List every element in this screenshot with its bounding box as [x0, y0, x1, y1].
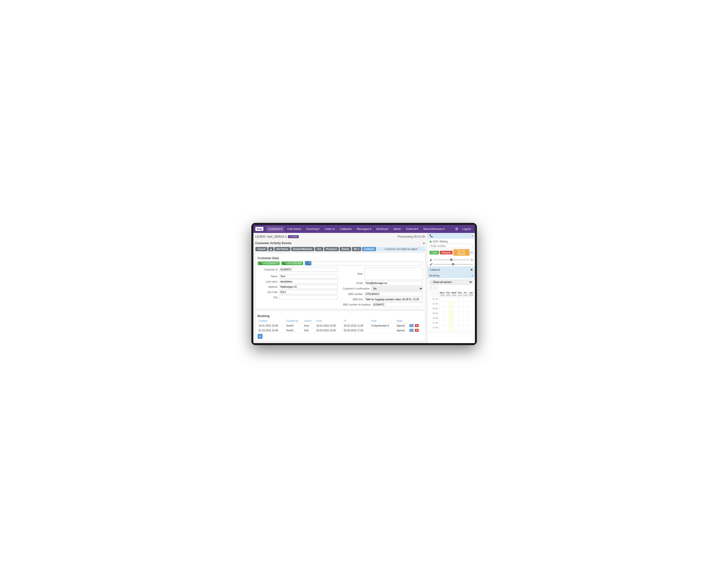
- speaker-slider[interactable]: [434, 260, 469, 260]
- nav-callbacks[interactable]: Callbacks: [338, 227, 354, 232]
- callback-button[interactable]: Callback: [362, 247, 376, 251]
- cal-cell[interactable]: [468, 321, 473, 325]
- cal-cell[interactable]: [440, 307, 444, 311]
- delete-button[interactable]: Delete: [340, 247, 351, 251]
- owners-select[interactable]: - Show all owners -: [430, 280, 473, 284]
- call-button[interactable]: 📞: [305, 261, 311, 266]
- delete-row-button[interactable]: ✕: [415, 329, 419, 332]
- edit-row-button[interactable]: ✎: [409, 324, 413, 327]
- extra-phone-input[interactable]: [313, 261, 423, 266]
- yes-button[interactable]: Yes: [315, 247, 323, 251]
- cal-cell[interactable]: [440, 326, 444, 330]
- hangup-button[interactable]: Hangup: [440, 251, 453, 255]
- zip-code-input[interactable]: [279, 290, 338, 294]
- cal-cell[interactable]: [444, 316, 449, 321]
- sms-text-input[interactable]: [364, 297, 423, 301]
- cal-cell[interactable]: [459, 302, 463, 306]
- cal-cell[interactable]: [468, 302, 473, 306]
- add-booking-button[interactable]: +: [258, 334, 263, 339]
- city-input[interactable]: [279, 295, 338, 299]
- customer-id-input[interactable]: [279, 268, 338, 272]
- cal-cell[interactable]: [468, 307, 473, 311]
- phone-expand-icon[interactable]: ⊞: [470, 251, 473, 254]
- cal-cell[interactable]: [449, 302, 454, 306]
- nav-messages[interactable]: Messages ▾: [355, 227, 373, 232]
- cal-cell[interactable]: [463, 321, 468, 325]
- nav-customer[interactable]: Customer ▾: [266, 227, 284, 232]
- cal-cell[interactable]: [454, 321, 459, 325]
- cal-cell[interactable]: [459, 321, 463, 325]
- booking-right-header[interactable]: Booking ▾: [428, 273, 475, 278]
- nav-listen-in[interactable]: Listen in: [323, 227, 337, 232]
- not-home-button[interactable]: Not Home: [274, 247, 290, 251]
- cal-cell[interactable]: [440, 321, 444, 325]
- edit-row-button[interactable]: ✎: [409, 329, 413, 332]
- cal-cell[interactable]: [444, 326, 449, 330]
- cal-cell[interactable]: [444, 321, 449, 325]
- calendar-prev-button[interactable]: ‹: [430, 285, 434, 290]
- email-input[interactable]: [364, 281, 423, 285]
- calendar-next-button[interactable]: ›: [434, 285, 438, 290]
- phone-section-header[interactable]: 📞 ▾: [428, 233, 475, 239]
- answer-machine-button[interactable]: AnswerMachine: [291, 247, 314, 251]
- name-input[interactable]: [279, 274, 338, 279]
- call-action-button[interactable]: Call▾: [430, 251, 439, 255]
- cal-cell[interactable]: [454, 311, 459, 316]
- cal-cell[interactable]: [440, 311, 444, 316]
- cal-cell[interactable]: [454, 316, 459, 321]
- nav-incoming[interactable]: Incoming ▾: [304, 227, 322, 232]
- cal-cell[interactable]: [468, 316, 473, 321]
- cal-cell[interactable]: [463, 311, 468, 316]
- logout-button[interactable]: Logout: [460, 227, 473, 232]
- cal-cell[interactable]: [459, 307, 463, 311]
- cal-cell[interactable]: [459, 316, 463, 321]
- cal-cell[interactable]: [440, 316, 444, 321]
- cal-cell[interactable]: [463, 307, 468, 311]
- phone-number-input[interactable]: [430, 244, 473, 248]
- prospect-button[interactable]: Prospect: [324, 247, 339, 251]
- cal-cell[interactable]: [444, 311, 449, 316]
- cal-cell[interactable]: [449, 321, 454, 325]
- dnd-button[interactable]: Do not disturb: [453, 249, 470, 256]
- cal-cell[interactable]: [440, 302, 444, 306]
- activity-toggle[interactable]: ▶: [423, 242, 425, 245]
- cal-cell[interactable]: [468, 311, 473, 316]
- nav-new-addresses[interactable]: New Addresses ▾: [421, 227, 446, 232]
- cal-cell[interactable]: [449, 326, 454, 330]
- cal-cell[interactable]: [463, 326, 468, 330]
- cell-created: 18.01.2016 10:40: [258, 323, 285, 328]
- nav-call-history[interactable]: Call History: [285, 227, 303, 232]
- nav-external[interactable]: External ▾: [404, 227, 420, 232]
- nav-booking[interactable]: Booking ▾: [374, 227, 390, 232]
- mic-slider[interactable]: [434, 264, 473, 265]
- confirmation-select[interactable]: No Yes: [371, 286, 423, 291]
- save-button[interactable]: 💾: [268, 247, 274, 251]
- delete-row-button[interactable]: ✕: [415, 324, 419, 327]
- sms-number-input[interactable]: [364, 292, 423, 296]
- nav-admin[interactable]: Admin: [391, 227, 403, 232]
- no-button[interactable]: No ▾: [352, 247, 361, 251]
- cal-cell[interactable]: [454, 326, 459, 330]
- cal-cell[interactable]: [463, 316, 468, 321]
- cal-cell[interactable]: [444, 307, 449, 311]
- cal-cell[interactable]: [449, 311, 454, 316]
- speaker-volume-row: 🔊 ⊞: [428, 257, 475, 262]
- cell-created-by: Tore01: [285, 323, 303, 328]
- cancel-button[interactable]: Cancel: [255, 247, 268, 251]
- cal-cell[interactable]: [454, 302, 459, 306]
- cal-cell[interactable]: [459, 311, 463, 316]
- cal-cell[interactable]: [468, 326, 473, 330]
- cal-cell[interactable]: [444, 302, 449, 306]
- cal-cell[interactable]: [459, 326, 463, 330]
- last-name-input[interactable]: [279, 280, 338, 284]
- address-input[interactable]: [279, 285, 338, 289]
- settings-icon[interactable]: ⚙: [455, 227, 458, 231]
- sms-booking-input[interactable]: [372, 302, 423, 307]
- name-label: Name: [258, 275, 278, 278]
- cal-cell[interactable]: [449, 316, 454, 321]
- callback-section-header[interactable]: Callback ▶: [428, 267, 475, 273]
- cal-cell[interactable]: [463, 302, 468, 306]
- cal-cell[interactable]: [454, 307, 459, 311]
- cal-cell[interactable]: [449, 307, 454, 311]
- note-textarea[interactable]: [364, 268, 423, 280]
